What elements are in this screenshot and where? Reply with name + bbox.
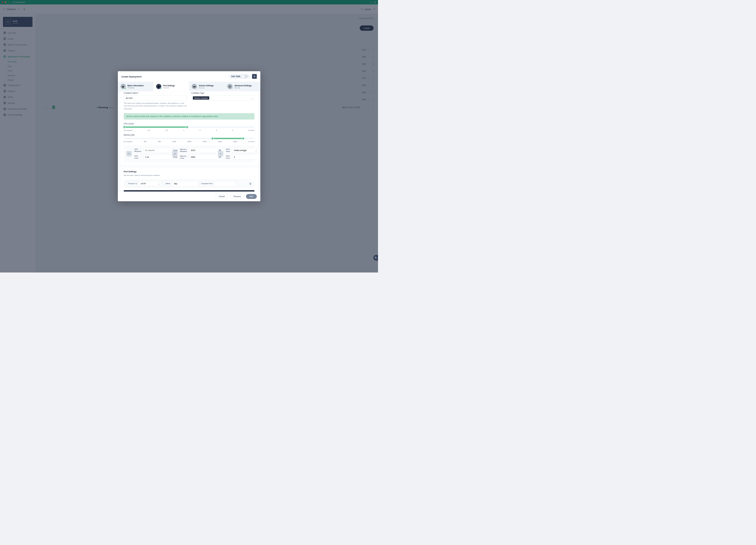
cpu-ticks: No request0.20.51234No limit xyxy=(124,129,255,131)
modal-footer: Cancel Previous Next xyxy=(118,191,260,201)
memory-slider-label: Memory (Mi) xyxy=(124,134,255,136)
advanced-icon: ⚙ xyxy=(227,84,233,89)
port-settings-hint: Set the ports used for accessing the con… xyxy=(124,174,255,177)
cpu-request-input[interactable] xyxy=(144,148,171,152)
port-row: Protocol ? HTTP ⌄ Name Container Port 🗑 xyxy=(124,179,255,188)
chevron-down-icon: ⌄ xyxy=(157,182,162,185)
step-advanced-settings[interactable]: ⚙ Advanced SettingsNot set xyxy=(225,82,260,91)
container-name-input[interactable] xyxy=(124,95,187,100)
cpu-limit-handle[interactable] xyxy=(186,126,188,128)
step-pod-settings[interactable]: ⬢ Pod SettingsCurrent xyxy=(153,82,189,91)
memory-request-input[interactable] xyxy=(189,148,217,152)
gpu-limit-input[interactable] xyxy=(232,154,260,159)
memory-ticks: No request20050010002000400060008000No l… xyxy=(124,140,255,142)
protocol-select[interactable]: Protocol ? HTTP ⌄ xyxy=(126,181,162,186)
step-basic-info[interactable]: ◉ Basic InformationFinished xyxy=(118,82,154,91)
container-type-label: Container Type xyxy=(191,92,255,94)
container-name-hint: The name can contain only lowercase lett… xyxy=(124,102,187,110)
container-type-select[interactable]: Worker container ⌄ xyxy=(191,95,255,100)
memory-limit-input[interactable] xyxy=(189,154,217,159)
memory-icon: ▦ xyxy=(172,151,177,156)
cancel-button[interactable]: Cancel xyxy=(215,194,228,199)
memory-slider[interactable] xyxy=(124,138,255,139)
modal-overlay: Create Deployment Edit YAML ✕ ◉ Basic In… xyxy=(0,0,378,272)
modal-title: Create Deployment xyxy=(121,75,141,78)
cpu-slider[interactable] xyxy=(124,126,255,127)
container-port-input[interactable] xyxy=(214,181,235,186)
container-name-label: Container Name xyxy=(124,92,187,94)
gpu-icon: ⊞ xyxy=(218,151,223,156)
step-volume-settings[interactable]: ▬ Volume SettingsNot set xyxy=(189,82,225,91)
delete-port-button[interactable]: 🗑 xyxy=(249,182,252,185)
close-modal-button[interactable]: ✕ xyxy=(252,74,257,79)
help-icon[interactable]: ? xyxy=(135,183,137,184)
chevron-down-icon: ⌄ xyxy=(251,96,253,99)
memory-limit-handle[interactable] xyxy=(242,137,245,139)
port-settings-section: Port Settings Set the ports used for acc… xyxy=(120,167,258,191)
help-fab[interactable]: ✎ xyxy=(373,255,378,261)
create-deployment-modal: Create Deployment Edit YAML ✕ ◉ Basic In… xyxy=(118,71,260,201)
edit-yaml-toggle[interactable]: Edit YAML xyxy=(229,74,250,79)
cpu-limit-input[interactable] xyxy=(144,154,171,159)
cpu-request-handle[interactable] xyxy=(123,126,126,128)
previous-button[interactable]: Previous xyxy=(230,194,244,199)
cpu-slider-label: CPU (Core) xyxy=(124,122,255,125)
next-button[interactable]: Next xyxy=(246,194,257,199)
volume-icon: ▬ xyxy=(192,84,197,89)
port-name-input[interactable] xyxy=(172,181,197,186)
pod-settings-icon: ⬢ xyxy=(156,84,161,89)
switch-icon xyxy=(242,75,247,78)
cpu-icon: CPU xyxy=(126,151,132,156)
close-icon: ✕ xyxy=(253,75,256,78)
resource-info-banner: Set the resource limits and requests of … xyxy=(124,113,255,119)
wizard-stepper: ◉ Basic InformationFinished ⬢ Pod Settin… xyxy=(118,82,260,91)
resource-grid: CPU CPU Request: Core ▦ Memory Request: … xyxy=(124,145,255,162)
memory-request-handle[interactable] xyxy=(211,137,214,139)
basic-info-icon: ◉ xyxy=(120,84,126,89)
port-settings-title: Port Settings xyxy=(124,170,255,172)
chevron-down-icon: ⌄ xyxy=(255,149,259,152)
gpu-type-select[interactable]: nvidia.com/gpu⌄ xyxy=(232,148,259,153)
